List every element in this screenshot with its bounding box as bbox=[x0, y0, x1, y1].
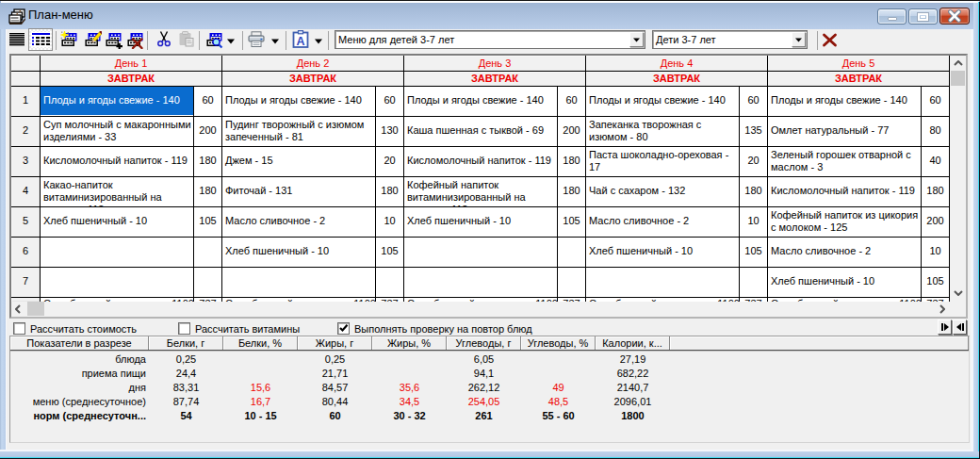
svg-text:A: A bbox=[296, 35, 304, 48]
